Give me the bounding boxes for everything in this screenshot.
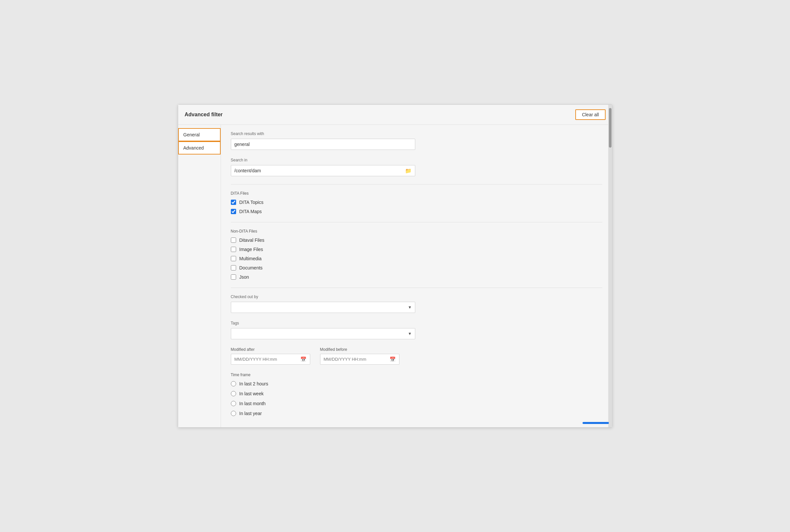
checkbox-multimedia[interactable]: Multimedia (231, 256, 602, 261)
radio-last-year[interactable]: In last year (231, 411, 602, 416)
sidebar: General Advanced (178, 125, 221, 427)
timeframe-section: Time frame In last 2 hours In last week … (231, 373, 602, 416)
checkbox-ditaval-input[interactable] (231, 238, 236, 243)
checkbox-dita-topics-label: DITA Topics (239, 200, 264, 205)
checked-out-by-label: Checked out by (231, 294, 602, 299)
main-content: Search results with Search in 📁 DITA Fil… (221, 125, 612, 427)
non-dita-files-section: Non-DITA Files Ditaval Files Image Files… (231, 229, 602, 280)
modified-after-wrapper: 📅 (231, 354, 310, 365)
checkbox-image[interactable]: Image Files (231, 247, 602, 252)
folder-icon[interactable]: 📁 (402, 166, 415, 176)
sidebar-item-general[interactable]: General (178, 128, 220, 141)
checkbox-json-label: Json (239, 274, 249, 280)
checkbox-ditaval[interactable]: Ditaval Files (231, 238, 602, 243)
search-in-section: Search in 📁 (231, 158, 602, 176)
checkbox-json[interactable]: Json (231, 274, 602, 280)
checkbox-ditaval-label: Ditaval Files (239, 238, 265, 243)
tags-label: Tags (231, 321, 602, 325)
modified-before-wrapper: 📅 (320, 354, 400, 365)
modified-dates-section: Modified after 📅 Modified before 📅 (231, 347, 602, 365)
bottom-progress-bar (582, 422, 609, 424)
dita-files-label: DITA Files (231, 191, 602, 196)
modified-after-label: Modified after (231, 347, 310, 352)
divider-1 (231, 184, 602, 185)
checkbox-multimedia-label: Multimedia (239, 256, 262, 261)
checkbox-dita-maps[interactable]: DITA Maps (231, 209, 602, 214)
checkbox-dita-topics-input[interactable] (231, 200, 236, 205)
radio-last-month-label: In last month (239, 401, 266, 406)
checkbox-dita-maps-input[interactable] (231, 209, 236, 214)
modified-before-input[interactable] (321, 354, 386, 364)
radio-last-week-input[interactable] (231, 391, 236, 396)
non-dita-files-label: Non-DITA Files (231, 229, 602, 233)
timeframe-label: Time frame (231, 373, 602, 377)
checkbox-multimedia-input[interactable] (231, 256, 236, 261)
divider-2 (231, 222, 602, 222)
modified-before-group: Modified before 📅 (320, 347, 400, 365)
checkbox-documents-label: Documents (239, 265, 263, 270)
radio-last-month-input[interactable] (231, 401, 236, 406)
checkbox-documents-input[interactable] (231, 265, 236, 270)
dita-files-section: DITA Files DITA Topics DITA Maps (231, 191, 602, 214)
dialog-body: General Advanced Search results with Sea… (178, 125, 612, 427)
divider-3 (231, 288, 602, 288)
radio-last-year-label: In last year (239, 411, 262, 416)
checkbox-dita-maps-label: DITA Maps (239, 209, 262, 214)
checkbox-json-input[interactable] (231, 274, 236, 280)
tags-select[interactable] (231, 328, 415, 339)
radio-last-week-label: In last week (239, 391, 264, 396)
date-row: Modified after 📅 Modified before 📅 (231, 347, 602, 365)
radio-last-year-input[interactable] (231, 411, 236, 416)
scrollbar-track[interactable] (608, 105, 612, 427)
dialog-header: Advanced filter Clear all (178, 105, 612, 125)
tags-section: Tags ▼ (231, 321, 602, 339)
checkbox-dita-topics[interactable]: DITA Topics (231, 200, 602, 205)
checked-out-by-wrapper: ▼ (231, 302, 415, 313)
search-results-section: Search results with (231, 131, 602, 150)
checkbox-image-input[interactable] (231, 247, 236, 252)
checkbox-image-label: Image Files (239, 247, 263, 252)
search-results-input[interactable] (231, 139, 415, 150)
calendar-icon-before[interactable]: 📅 (386, 355, 399, 364)
advanced-filter-dialog: Advanced filter Clear all General Advanc… (178, 104, 613, 428)
dialog-title: Advanced filter (185, 112, 223, 118)
sidebar-item-advanced[interactable]: Advanced (178, 141, 220, 154)
radio-last-month[interactable]: In last month (231, 401, 602, 406)
search-in-label: Search in (231, 158, 602, 163)
radio-last-2-hours-label: In last 2 hours (239, 381, 268, 386)
clear-all-button[interactable]: Clear all (575, 109, 605, 120)
checked-out-by-select[interactable] (231, 302, 415, 313)
checkbox-documents[interactable]: Documents (231, 265, 602, 270)
radio-last-week[interactable]: In last week (231, 391, 602, 396)
radio-last-2-hours[interactable]: In last 2 hours (231, 381, 602, 386)
radio-last-2-hours-input[interactable] (231, 381, 236, 386)
search-results-label: Search results with (231, 131, 602, 136)
calendar-icon-after[interactable]: 📅 (297, 355, 310, 364)
modified-before-label: Modified before (320, 347, 400, 352)
modified-after-input[interactable] (231, 354, 297, 364)
search-in-path-wrapper: 📁 (231, 165, 415, 176)
scrollbar-thumb[interactable] (609, 108, 612, 148)
tags-wrapper: ▼ (231, 328, 415, 339)
checked-out-by-section: Checked out by ▼ (231, 294, 602, 313)
modified-after-group: Modified after 📅 (231, 347, 310, 365)
search-in-input[interactable] (231, 165, 402, 176)
